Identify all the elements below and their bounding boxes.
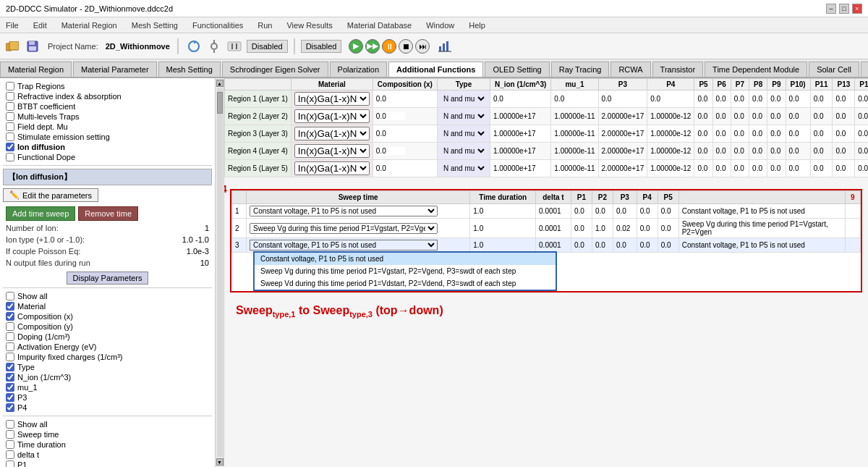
cb-composition-y[interactable]: Composition (y): [3, 321, 212, 332]
col-header-empty: [225, 79, 292, 91]
sweep-col-timedur: Time duration: [470, 191, 536, 204]
material-cell[interactable]: In(x)Ga(1-x)N: [291, 125, 373, 143]
svg-rect-7: [213, 40, 215, 43]
menu-window[interactable]: Window: [423, 20, 457, 31]
tab-mesh-setting[interactable]: Mesh Setting: [158, 62, 221, 77]
cb2-sweep-time[interactable]: Sweep time: [3, 429, 212, 439]
tab-time-dependent[interactable]: Time Dependent Module: [705, 62, 807, 77]
remove-time-btn[interactable]: Remove time: [78, 206, 138, 221]
play-btn-2[interactable]: ▶▶: [365, 39, 380, 54]
menu-functionalities[interactable]: Functionalities: [190, 20, 246, 31]
minimize-btn[interactable]: –: [826, 4, 836, 14]
menu-file[interactable]: File: [3, 20, 22, 31]
disabled-btn-2[interactable]: Disabled: [301, 40, 342, 53]
cb-doping[interactable]: Doping (1/cm³): [3, 332, 212, 342]
left-panel: Trap Regions Refractive index & absorpti…: [0, 78, 215, 467]
dropdown-option-1[interactable]: Constant voltage, P1 to P5 is not used: [255, 253, 556, 265]
col-header-nion: N_ion (1/cm^3): [490, 79, 550, 91]
tab-transistor[interactable]: Transistor: [652, 62, 704, 77]
play-btn-1[interactable]: ▶: [349, 39, 363, 54]
checkbox-refractive[interactable]: Refractive index & absorption: [3, 91, 212, 101]
cb-activation-energy[interactable]: Activation Energy (eV): [3, 342, 212, 352]
checkbox-field-dept[interactable]: Field dept. Mu: [3, 122, 212, 132]
material-cell[interactable]: In(x)Ga(1-x)N: [291, 108, 373, 125]
folder-open-btn[interactable]: [4, 38, 20, 54]
cb2-delta-t[interactable]: delta t: [3, 450, 212, 460]
tab-schrodinger[interactable]: Schrodinger Eigen Solver: [222, 62, 328, 77]
cb2-p1[interactable]: P1: [3, 460, 212, 467]
play-btn-3[interactable]: ⏸: [382, 39, 396, 54]
composition-cell[interactable]: [373, 125, 437, 143]
main-layout: Trap Regions Refractive index & absorpti…: [0, 78, 868, 467]
maximize-btn[interactable]: □: [839, 4, 849, 14]
sweep-text-1: Sweeptype,1 to Sweeptype,3 (top→down): [236, 304, 443, 316]
type-cell[interactable]: N and mu: [437, 108, 490, 125]
p4-cell: 1.00000e-12: [647, 108, 694, 125]
tab-material-region[interactable]: Material Region: [0, 62, 72, 77]
sweep-table: Sweep time Time duration delta t P1 P2 P…: [231, 190, 861, 253]
material-cell[interactable]: In(x)Ga(1-x)N: [291, 143, 373, 160]
checkbox-btbt[interactable]: BTBT coefficient: [3, 101, 212, 112]
tab-ray-tracing[interactable]: Ray Tracing: [551, 62, 610, 77]
dropdown-option-3[interactable]: Sweep Vd during this time period P1=Vdst…: [255, 277, 556, 290]
save-btn[interactable]: [25, 38, 41, 54]
play-btn-5[interactable]: ⏭: [415, 39, 430, 54]
menu-edit[interactable]: Edit: [30, 20, 50, 31]
checkbox-functional-dope[interactable]: Functional Dope: [3, 152, 212, 162]
dropdown-option-2[interactable]: Sweep Vg during this time period P1=Vgst…: [255, 265, 556, 277]
cb-impurity[interactable]: Impurity fixed charges (1/cm³): [3, 352, 212, 362]
chart-btn[interactable]: [437, 38, 453, 54]
add-time-sweep-btn[interactable]: Add time sweep: [6, 206, 75, 221]
nion-cell: 1.00000e+17: [490, 108, 550, 125]
checkbox-multi-levels[interactable]: Multi-levels Traps: [3, 112, 212, 122]
tab-material-parameter[interactable]: Material Parameter: [73, 62, 157, 77]
cb2-show-all[interactable]: Show all: [3, 419, 212, 429]
scroll-up-arrow[interactable]: ▲: [216, 80, 224, 87]
menu-mesh-setting[interactable]: Mesh Setting: [129, 20, 181, 31]
play-btn-4[interactable]: ⏹: [399, 39, 413, 54]
tab-oled[interactable]: OLED Setting: [485, 62, 549, 77]
composition-cell[interactable]: [373, 108, 437, 125]
edit-params-btn[interactable]: ✏️ Edit the parameters: [3, 188, 98, 202]
cb2-time-duration[interactable]: Time duration: [3, 439, 212, 450]
menu-material-region[interactable]: Material Region: [59, 20, 120, 31]
pause-btn[interactable]: [226, 38, 242, 54]
cb-composition-x[interactable]: Composition (x): [3, 311, 212, 321]
cb-material[interactable]: Material: [3, 301, 212, 311]
type-cell[interactable]: N and mu: [437, 125, 490, 143]
settings-btn[interactable]: [206, 38, 222, 54]
checkbox-trap-regions[interactable]: Trap Regions: [3, 81, 212, 91]
display-params-btn[interactable]: Display Parameters: [67, 272, 149, 285]
cb-p3[interactable]: P3: [3, 392, 212, 403]
checkbox-stimulate[interactable]: Stimulate emission setting: [3, 132, 212, 142]
type-cell[interactable]: N and mu: [437, 91, 490, 108]
tab-solar-cell[interactable]: Solar Cell: [809, 62, 859, 77]
tab-additional-functions[interactable]: Additional Functions: [388, 62, 483, 78]
scroll-down-arrow[interactable]: ▼: [216, 458, 224, 466]
composition-cell[interactable]: [373, 91, 437, 108]
refresh-btn[interactable]: [186, 38, 202, 54]
tab-polarization[interactable]: Polarization: [330, 62, 387, 77]
type-cell[interactable]: N and mu: [437, 160, 490, 177]
checkbox-ion-diffusion[interactable]: Ion diffusion: [3, 142, 212, 152]
menu-material-database[interactable]: Material Database: [344, 20, 414, 31]
cb-p4[interactable]: P4: [3, 403, 212, 413]
tab-rcwa[interactable]: RCWA: [610, 62, 650, 77]
scroll-handle[interactable]: [217, 92, 223, 114]
material-cell[interactable]: In(x)Ga(1-x)N: [291, 160, 373, 177]
material-cell[interactable]: In(x)Ga(1-x)N: [291, 91, 373, 108]
cb-type[interactable]: Type: [3, 362, 212, 372]
disabled-btn-1[interactable]: Disabled: [247, 40, 288, 53]
cb-show-all[interactable]: Show all: [3, 291, 212, 301]
type-cell[interactable]: N and mu: [437, 143, 490, 160]
menu-view-results[interactable]: View Results: [284, 20, 335, 31]
cb-mu1[interactable]: mu_1: [3, 382, 212, 392]
p3-cell: 0.0: [598, 91, 647, 108]
menu-run[interactable]: Run: [255, 20, 275, 31]
cb-nion[interactable]: N_ion (1/cm^3): [3, 372, 212, 382]
composition-cell[interactable]: [373, 143, 437, 160]
composition-cell[interactable]: [373, 160, 437, 177]
menu-help[interactable]: Help: [466, 20, 488, 31]
close-btn[interactable]: ×: [852, 4, 862, 14]
tab-thermal[interactable]: Thermal: [861, 62, 868, 77]
